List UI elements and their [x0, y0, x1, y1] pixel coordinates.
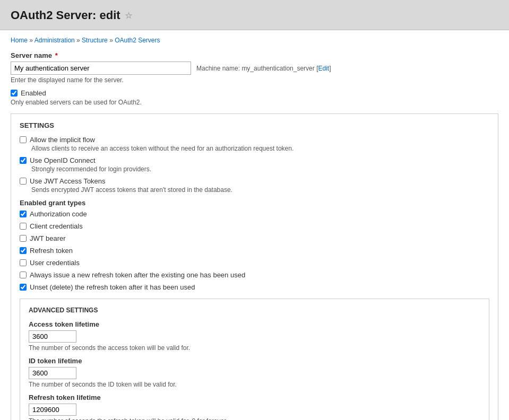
server-name-group: Server name * Machine name: my_authentic…: [11, 51, 498, 84]
refresh-token-lifetime-group: Refresh token lifetime The number of sec…: [29, 393, 480, 420]
refresh-token-lifetime-input[interactable]: [29, 404, 76, 416]
grant-client-cred-checkbox[interactable]: [20, 223, 27, 230]
id-token-lifetime-hint: The number of seconds the ID token will …: [29, 381, 480, 388]
machine-name-text: Machine name: my_authentication_server […: [196, 65, 331, 72]
openid-connect-checkbox[interactable]: [20, 157, 27, 164]
unset-refresh-item: Unset (delete) the refresh token after i…: [20, 283, 489, 291]
grant-user-cred-label[interactable]: User credentials: [30, 259, 80, 267]
unset-refresh-label[interactable]: Unset (delete) the refresh token after i…: [30, 283, 195, 291]
jwt-tokens-checkbox[interactable]: [20, 178, 27, 185]
page-header: OAuth2 Server: edit ☆: [0, 0, 509, 30]
implicit-flow-checkbox[interactable]: [20, 136, 27, 143]
id-token-lifetime-label: ID token lifetime: [29, 357, 480, 365]
implicit-flow-label[interactable]: Allow the implicit flow: [30, 136, 95, 144]
breadcrumb-structure[interactable]: Structure: [82, 37, 108, 44]
enabled-checkbox-row: Enabled: [11, 89, 498, 97]
openid-connect-row: Use OpenID Connect: [20, 156, 489, 164]
grant-client-cred-item: Client credentials: [20, 222, 489, 230]
page-title: OAuth2 Server: edit ☆: [11, 8, 498, 22]
breadcrumb-home[interactable]: Home: [11, 37, 28, 44]
page-title-text: OAuth2 Server: edit: [11, 8, 120, 22]
jwt-tokens-label[interactable]: Use JWT Access Tokens: [30, 177, 106, 185]
unset-refresh-checkbox[interactable]: [20, 284, 27, 291]
required-marker: *: [53, 51, 58, 59]
grant-refresh-token-checkbox[interactable]: [20, 247, 27, 254]
id-token-lifetime-input[interactable]: [29, 367, 76, 379]
openid-connect-hint: Strongly recommended for login providers…: [31, 165, 489, 173]
breadcrumb: Home » Administration » Structure » OAut…: [11, 37, 498, 44]
implicit-flow-row: Allow the implicit flow: [20, 136, 489, 144]
access-token-lifetime-input[interactable]: [29, 330, 76, 343]
grant-auth-code-label[interactable]: Authorization code: [30, 210, 87, 218]
grant-refresh-token-label[interactable]: Refresh token: [30, 247, 73, 255]
grant-jwt-bearer-checkbox[interactable]: [20, 235, 27, 242]
grant-auth-code-item: Authorization code: [20, 210, 489, 218]
server-name-label: Server name *: [11, 51, 498, 59]
implicit-flow-item: Allow the implicit flow Allows clients t…: [20, 136, 489, 152]
enabled-section: Enabled Only enabled servers can be used…: [11, 89, 498, 106]
breadcrumb-oauth2-servers[interactable]: OAuth2 Servers: [115, 37, 160, 44]
machine-name-edit-link[interactable]: Edit: [318, 65, 329, 72]
advanced-settings-title: ADVANCED SETTINGS: [29, 307, 480, 314]
grant-types-label: Enabled grant types: [20, 199, 489, 207]
enabled-label[interactable]: Enabled: [21, 89, 46, 97]
star-icon[interactable]: ☆: [125, 11, 132, 21]
server-name-row: Machine name: my_authentication_server […: [11, 62, 498, 75]
jwt-tokens-hint: Sends encrypted JWT access tokens that a…: [31, 186, 489, 194]
enabled-hint: Only enabled servers can be used for OAu…: [11, 99, 498, 106]
grant-client-cred-label[interactable]: Client credentials: [30, 222, 83, 230]
access-token-lifetime-hint: The number of seconds the access token w…: [29, 344, 480, 352]
always-new-refresh-checkbox[interactable]: [20, 272, 27, 278]
access-token-lifetime-label: Access token lifetime: [29, 320, 480, 328]
openid-connect-item: Use OpenID Connect Strongly recommended …: [20, 156, 489, 173]
breadcrumb-administration[interactable]: Administration: [34, 37, 75, 44]
settings-title: SETTINGS: [20, 121, 489, 129]
openid-connect-label[interactable]: Use OpenID Connect: [30, 156, 96, 164]
implicit-flow-hint: Allows clients to receive an access toke…: [31, 145, 489, 152]
always-new-refresh-label[interactable]: Always issue a new refresh token after t…: [30, 271, 245, 279]
refresh-token-lifetime-hint: The number of seconds the refresh token …: [29, 417, 480, 420]
enabled-checkbox[interactable]: [11, 90, 18, 97]
access-token-lifetime-group: Access token lifetime The number of seco…: [29, 320, 480, 352]
jwt-tokens-item: Use JWT Access Tokens Sends encrypted JW…: [20, 177, 489, 194]
grant-jwt-bearer-label[interactable]: JWT bearer: [30, 234, 66, 242]
settings-box: SETTINGS Allow the implicit flow Allows …: [11, 113, 498, 420]
advanced-settings-box: ADVANCED SETTINGS Access token lifetime …: [20, 299, 489, 420]
jwt-tokens-row: Use JWT Access Tokens: [20, 177, 489, 185]
grant-user-cred-item: User credentials: [20, 259, 489, 267]
refresh-token-lifetime-label: Refresh token lifetime: [29, 393, 480, 401]
always-new-refresh-item: Always issue a new refresh token after t…: [20, 271, 489, 279]
grant-jwt-bearer-item: JWT bearer: [20, 234, 489, 242]
grant-user-cred-checkbox[interactable]: [20, 259, 27, 266]
id-token-lifetime-group: ID token lifetime The number of seconds …: [29, 357, 480, 388]
page-wrapper: OAuth2 Server: edit ☆ Home » Administrat…: [0, 0, 509, 420]
page-content: Home » Administration » Structure » OAut…: [0, 30, 509, 420]
server-name-hint: Enter the displayed name for the server.: [11, 76, 498, 84]
grant-auth-code-checkbox[interactable]: [20, 211, 27, 217]
grant-refresh-token-item: Refresh token: [20, 247, 489, 255]
server-name-input[interactable]: [11, 62, 191, 75]
